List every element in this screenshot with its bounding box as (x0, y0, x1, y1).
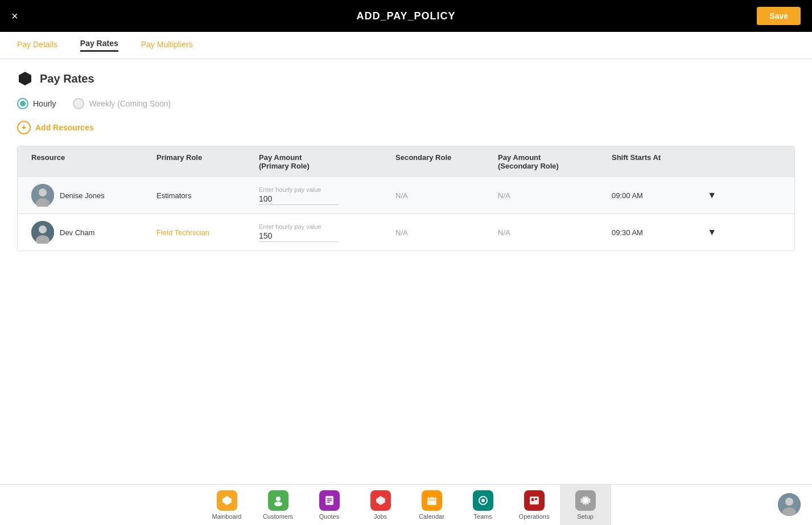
col-secondary-role: Secondary Role (391, 153, 493, 170)
setup-icon (575, 490, 596, 511)
weekly-label: Weekly (Coming Soon) (89, 99, 171, 108)
nav-setup[interactable]: Setup (560, 485, 611, 526)
user-avatar[interactable] (778, 493, 801, 516)
nav-operations[interactable]: Operations (509, 485, 560, 526)
shift-dropdown-arrow-0: ▼ (707, 190, 716, 200)
nav-mainboard-label: Mainboard (212, 513, 242, 520)
shift-cell-1[interactable]: 09:30 AM ▼ (607, 227, 721, 237)
svg-marker-0 (19, 72, 31, 85)
close-button[interactable]: × (11, 10, 18, 23)
nav-jobs-label: Jobs (374, 513, 387, 520)
secondary-pay-1: N/A (493, 228, 607, 237)
resource-cell-0: Denise Jones (27, 184, 152, 207)
main-content: Pay Rates Hourly Weekly (Coming Soon) + … (0, 59, 812, 484)
nav-teams[interactable]: Teams (457, 485, 509, 526)
plus-icon: + (17, 121, 31, 134)
pay-placeholder-1: Enter hourly pay value (259, 223, 386, 230)
tab-pay-multipliers[interactable]: Pay Multipliers (141, 40, 193, 51)
pay-value-0[interactable]: 100 (259, 194, 339, 205)
pay-rates-title: Pay Rates (40, 72, 94, 85)
nav-mainboard[interactable]: Mainboard (201, 485, 253, 526)
primary-role-1: Field Technician (152, 228, 254, 237)
nav-calendar[interactable]: Calendar (406, 485, 457, 526)
avatar-denise (31, 184, 54, 207)
rate-type-selector: Hourly Weekly (Coming Soon) (17, 98, 795, 109)
pay-input-0[interactable]: Enter hourly pay value 100 (254, 186, 391, 205)
secondary-role-1: N/A (391, 228, 493, 237)
resources-table: Resource Primary Role Pay Amount (Primar… (17, 146, 795, 251)
calendar-icon (422, 490, 442, 511)
secondary-pay-0: N/A (493, 191, 607, 200)
hourly-label: Hourly (33, 99, 56, 108)
tab-pay-rates[interactable]: Pay Rates (80, 39, 118, 52)
page-title-row: Pay Rates (17, 71, 795, 87)
svg-rect-22 (531, 498, 534, 501)
svg-point-8 (276, 497, 281, 501)
svg-point-5 (39, 225, 47, 233)
tab-pay-details[interactable]: Pay Details (17, 40, 57, 51)
pay-value-1[interactable]: 150 (259, 231, 339, 242)
hourly-radio[interactable]: Hourly (17, 98, 56, 109)
add-resources-button[interactable]: + Add Resources (17, 121, 795, 134)
primary-role-0: Estimators (152, 191, 254, 200)
customers-icon (268, 490, 288, 511)
col-shift-starts: Shift Starts At (607, 153, 721, 170)
svg-marker-14 (376, 496, 385, 505)
add-resources-label: Add Resources (35, 123, 94, 132)
nav-operations-label: Operations (519, 513, 550, 520)
svg-rect-15 (427, 497, 436, 505)
hexagon-icon (17, 71, 33, 87)
svg-rect-23 (535, 498, 537, 500)
tab-bar: Pay Details Pay Rates Pay Multipliers (0, 32, 812, 59)
col-pay-secondary: Pay Amount (Secondary Role) (493, 153, 607, 170)
nav-jobs[interactable]: Jobs (355, 485, 406, 526)
resource-name-1: Dev Cham (60, 228, 94, 237)
weekly-radio[interactable]: Weekly (Coming Soon) (73, 98, 171, 109)
jobs-icon (370, 490, 391, 511)
secondary-role-0: N/A (391, 191, 493, 200)
shift-time-0: 09:00 AM (612, 191, 643, 200)
svg-rect-21 (530, 497, 539, 505)
col-primary-role: Primary Role (152, 153, 254, 170)
col-pay-primary: Pay Amount (Primary Role) (254, 153, 391, 170)
svg-point-20 (481, 499, 485, 502)
table-header-row: Resource Primary Role Pay Amount (Primar… (18, 146, 794, 177)
nav-quotes-label: Quotes (319, 513, 339, 520)
pay-input-1[interactable]: Enter hourly pay value 150 (254, 223, 391, 242)
page-title-header: ADD_PAY_POLICY (356, 10, 455, 22)
shift-dropdown-arrow-1: ▼ (707, 227, 716, 237)
app-header: × ADD_PAY_POLICY Save (0, 0, 812, 32)
operations-icon (524, 490, 545, 511)
quotes-icon (319, 490, 340, 511)
nav-customers[interactable]: Customers (253, 485, 304, 526)
resource-name-0: Denise Jones (60, 191, 105, 200)
svg-point-9 (274, 502, 282, 506)
hourly-radio-circle (17, 98, 28, 109)
resource-cell-1: Dev Cham (27, 221, 152, 244)
svg-marker-7 (222, 496, 232, 505)
nav-teams-label: Teams (473, 513, 492, 520)
nav-setup-label: Setup (577, 513, 593, 520)
mainboard-icon (217, 490, 237, 511)
col-resource: Resource (27, 153, 152, 170)
weekly-radio-circle (73, 98, 84, 109)
pay-placeholder-0: Enter hourly pay value (259, 186, 386, 193)
shift-time-1: 09:30 AM (612, 228, 643, 237)
save-button[interactable]: Save (757, 7, 801, 25)
nav-customers-label: Customers (263, 513, 293, 520)
svg-point-2 (39, 188, 47, 196)
nav-calendar-label: Calendar (419, 513, 444, 520)
nav-quotes[interactable]: Quotes (304, 485, 355, 526)
teams-icon (473, 490, 493, 511)
avatar-dev (31, 221, 54, 244)
shift-cell-0[interactable]: 09:00 AM ▼ (607, 190, 721, 200)
table-row: Denise Jones Estimators Enter hourly pay… (18, 177, 794, 214)
bottom-navigation: Mainboard Customers Quotes Jobs Calendar… (0, 484, 812, 525)
svg-point-26 (785, 498, 793, 506)
table-row: Dev Cham Field Technician Enter hourly p… (18, 214, 794, 251)
